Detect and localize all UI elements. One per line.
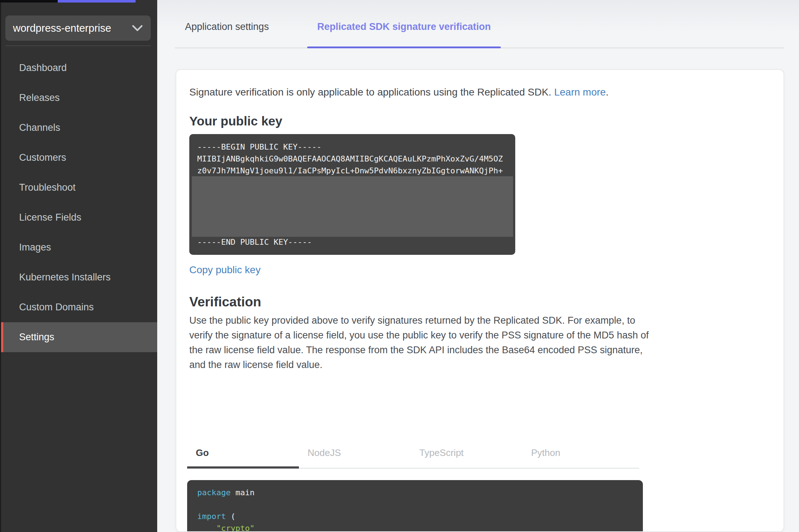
code-line: "crypto" [197,522,633,532]
tab-application-settings[interactable]: Application settings [175,21,279,48]
sidebar-item-label: Images [19,242,51,253]
public-key-block: -----BEGIN PUBLIC KEY----- MIIBIjANBgkqh… [189,134,515,255]
tab-replicated-sdk-signature-verification[interactable]: Replicated SDK signature verification [307,21,501,48]
pem-line: MIIBIjANBgkqhkiG9w0BAQEFAAOCAQ8AMIIBCgKC… [197,154,503,163]
verification-heading: Verification [189,294,769,310]
main-content: Application settings Replicated SDK sign… [157,0,799,532]
sidebar-item-custom-domains[interactable]: Custom Domains [0,292,157,322]
code-keyword: import [197,512,226,521]
chevron-down-icon [132,22,143,34]
public-key-redacted-area [192,176,513,237]
code-tab-typescript[interactable]: TypeScript [411,444,522,468]
app-selector-label: wordpress-enterprise [13,22,132,34]
sidebar: wordpress-enterprise Dashboard Releases … [0,0,157,532]
code-tab-python[interactable]: Python [522,444,634,468]
sidebar-item-label: Settings [19,332,54,343]
sidebar-item-settings[interactable]: Settings [0,322,157,352]
copy-public-key-link[interactable]: Copy public key [189,264,261,276]
sidebar-item-license-fields[interactable]: License Fields [0,203,157,232]
code-line: package main [197,487,633,498]
code-plain: main [231,488,255,497]
settings-tabs: Application settings Replicated SDK sign… [175,0,784,48]
sidebar-item-customers[interactable]: Customers [0,143,157,173]
sidebar-item-label: Kubernetes Installers [19,272,111,283]
pem-begin-line: -----BEGIN PUBLIC KEY----- [197,142,321,151]
sidebar-item-channels[interactable]: Channels [0,113,157,143]
top-strip-accent [58,0,136,3]
intro-sentence: Signature verification is only applicabl… [189,87,551,98]
app-selector-dropdown[interactable]: wordpress-enterprise [5,15,151,41]
code-line: import ( [197,510,633,522]
sidebar-item-label: Troubleshoot [19,182,76,193]
code-line [197,498,633,510]
sidebar-item-releases[interactable]: Releases [0,83,157,113]
public-key-text: -----BEGIN PUBLIC KEY----- MIIBIjANBgkqh… [197,141,503,177]
learn-more-link[interactable]: Learn more [554,87,606,98]
code-tab-go[interactable]: Go [187,444,299,468]
sidebar-item-label: Channels [19,122,60,133]
sidebar-item-label: License Fields [19,212,81,223]
top-strip-black [0,0,58,3]
sidebar-item-label: Customers [19,152,66,163]
public-key-heading: Your public key [189,114,769,128]
sidebar-item-label: Dashboard [19,62,67,74]
code-keyword: package [197,488,231,497]
sidebar-item-label: Custom Domains [19,302,94,313]
sidebar-nav: Dashboard Releases Channels Customers Tr… [0,46,157,352]
pem-end-line: -----END PUBLIC KEY----- [197,238,312,247]
sidebar-item-label: Releases [19,92,60,103]
code-plain: ( [226,512,235,521]
sidebar-item-troubleshoot[interactable]: Troubleshoot [0,173,157,203]
sidebar-item-kubernetes-installers[interactable]: Kubernetes Installers [0,262,157,292]
intro-period: . [606,87,609,98]
code-language-tabs: Go NodeJS TypeScript Python [187,444,639,469]
sidebar-left-edge [0,0,1,532]
intro-text: Signature verification is only applicabl… [189,87,769,98]
signature-verification-card: Signature verification is only applicabl… [176,69,784,532]
verification-description: Use the public key provided above to ver… [189,313,658,372]
code-tab-nodejs[interactable]: NodeJS [299,444,411,468]
pem-line: z0v7Jh7M1NgV1joeu9l1/IaCPsMpyIcL+Dnw5Pdv… [197,166,503,175]
sidebar-item-images[interactable]: Images [0,232,157,262]
code-string: "crypto" [197,524,255,532]
code-sample-go: package main import ( "crypto" "crypto/r… [187,480,643,532]
sidebar-item-dashboard[interactable]: Dashboard [0,53,157,83]
